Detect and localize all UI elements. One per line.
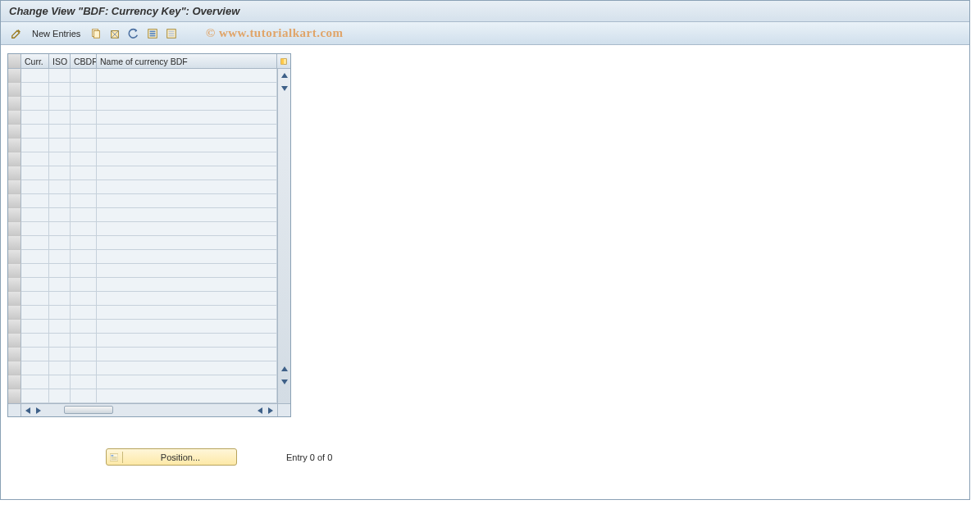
- cell-cbdf[interactable]: [71, 69, 97, 83]
- row-selector[interactable]: [8, 180, 21, 194]
- cell-iso[interactable]: [49, 111, 71, 125]
- scroll-down-button[interactable]: [279, 376, 290, 388]
- cell-curr[interactable]: [21, 83, 49, 97]
- cell-name[interactable]: [97, 97, 277, 111]
- cell-name[interactable]: [97, 389, 277, 403]
- cell-name[interactable]: [97, 334, 277, 348]
- cell-name[interactable]: [97, 222, 277, 236]
- cell-cbdf[interactable]: [71, 83, 97, 97]
- row-selector[interactable]: [8, 334, 21, 348]
- row-selector[interactable]: [8, 69, 21, 83]
- scroll-right-step-button[interactable]: [34, 406, 43, 416]
- cell-name[interactable]: [97, 125, 277, 139]
- cell-iso[interactable]: [49, 83, 71, 97]
- row-selector[interactable]: [8, 166, 21, 180]
- row-selector-header[interactable]: [8, 54, 21, 68]
- cell-curr[interactable]: [21, 334, 49, 348]
- cell-cbdf[interactable]: [71, 97, 97, 111]
- cell-name[interactable]: [97, 208, 277, 222]
- cell-cbdf[interactable]: [71, 375, 97, 389]
- cell-cbdf[interactable]: [71, 166, 97, 180]
- position-button[interactable]: Position...: [106, 448, 237, 466]
- row-selector[interactable]: [8, 278, 21, 292]
- row-selector[interactable]: [8, 320, 21, 334]
- cell-name[interactable]: [97, 152, 277, 166]
- scroll-down-step-button[interactable]: [279, 83, 290, 94]
- cell-curr[interactable]: [21, 166, 49, 180]
- cell-iso[interactable]: [49, 389, 71, 403]
- cell-curr[interactable]: [21, 222, 49, 236]
- cell-cbdf[interactable]: [71, 389, 97, 403]
- cell-curr[interactable]: [21, 111, 49, 125]
- row-selector[interactable]: [8, 222, 21, 236]
- cell-iso[interactable]: [49, 222, 71, 236]
- undo-button[interactable]: [125, 25, 143, 42]
- cell-iso[interactable]: [49, 69, 71, 83]
- cell-iso[interactable]: [49, 180, 71, 194]
- cell-iso[interactable]: [49, 166, 71, 180]
- cell-name[interactable]: [97, 69, 277, 83]
- cell-cbdf[interactable]: [71, 320, 97, 334]
- cell-iso[interactable]: [49, 208, 71, 222]
- cell-curr[interactable]: [21, 292, 49, 306]
- horizontal-scrollbar[interactable]: [8, 403, 290, 416]
- cell-name[interactable]: [97, 348, 277, 361]
- delete-button[interactable]: [106, 25, 124, 42]
- scroll-right-button[interactable]: [266, 406, 276, 416]
- cell-name[interactable]: [97, 236, 277, 250]
- cell-cbdf[interactable]: [71, 306, 97, 320]
- cell-curr[interactable]: [21, 361, 49, 375]
- cell-name[interactable]: [97, 375, 277, 389]
- cell-name[interactable]: [97, 111, 277, 125]
- cell-curr[interactable]: [21, 208, 49, 222]
- row-selector[interactable]: [8, 250, 21, 264]
- cell-curr[interactable]: [21, 139, 49, 152]
- cell-curr[interactable]: [21, 97, 49, 111]
- row-selector[interactable]: [8, 194, 21, 208]
- cell-iso[interactable]: [49, 236, 71, 250]
- cell-name[interactable]: [97, 194, 277, 208]
- col-header-iso[interactable]: ISO: [49, 54, 71, 68]
- cell-name[interactable]: [97, 292, 277, 306]
- cell-cbdf[interactable]: [71, 278, 97, 292]
- row-selector[interactable]: [8, 125, 21, 139]
- cell-curr[interactable]: [21, 264, 49, 278]
- cell-curr[interactable]: [21, 125, 49, 139]
- cell-cbdf[interactable]: [71, 222, 97, 236]
- cell-iso[interactable]: [49, 194, 71, 208]
- cell-name[interactable]: [97, 306, 277, 320]
- deselect-all-button[interactable]: [162, 25, 180, 42]
- cell-curr[interactable]: [21, 152, 49, 166]
- cell-cbdf[interactable]: [71, 250, 97, 264]
- select-all-button[interactable]: [144, 25, 162, 42]
- hscroll-track[interactable]: [21, 406, 277, 416]
- cell-curr[interactable]: [21, 320, 49, 334]
- scroll-up-step-button[interactable]: [279, 363, 290, 375]
- cell-name[interactable]: [97, 278, 277, 292]
- copy-button[interactable]: [87, 25, 105, 42]
- cell-name[interactable]: [97, 264, 277, 278]
- row-selector[interactable]: [8, 111, 21, 125]
- cell-cbdf[interactable]: [71, 139, 97, 152]
- col-header-curr[interactable]: Curr.: [21, 54, 49, 68]
- row-selector[interactable]: [8, 361, 21, 375]
- cell-cbdf[interactable]: [71, 348, 97, 361]
- cell-curr[interactable]: [21, 348, 49, 361]
- cell-iso[interactable]: [49, 361, 71, 375]
- cell-cbdf[interactable]: [71, 292, 97, 306]
- cell-curr[interactable]: [21, 278, 49, 292]
- cell-name[interactable]: [97, 139, 277, 152]
- cell-iso[interactable]: [49, 97, 71, 111]
- cell-curr[interactable]: [21, 250, 49, 264]
- cell-cbdf[interactable]: [71, 111, 97, 125]
- cell-iso[interactable]: [49, 152, 71, 166]
- row-selector[interactable]: [8, 348, 21, 361]
- row-selector[interactable]: [8, 152, 21, 166]
- cell-iso[interactable]: [49, 278, 71, 292]
- row-selector[interactable]: [8, 97, 21, 111]
- cell-iso[interactable]: [49, 320, 71, 334]
- cell-cbdf[interactable]: [71, 208, 97, 222]
- cell-name[interactable]: [97, 83, 277, 97]
- cell-cbdf[interactable]: [71, 264, 97, 278]
- scroll-up-button[interactable]: [279, 70, 290, 81]
